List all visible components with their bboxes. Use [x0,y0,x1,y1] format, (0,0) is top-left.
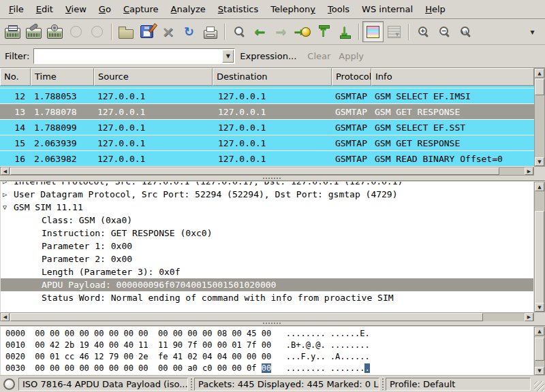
tree-row[interactable]: ▽GSM SIM 11.11 [1,201,533,214]
scroll-up-button[interactable]: ▲ [535,69,544,78]
tree-row[interactable]: Instruction: GET RESPONSE (0xc0) [1,227,533,240]
details-hscrollbar[interactable]: ◀ ▶ [0,312,534,322]
go-to-top-button[interactable]: ↑ [313,21,334,42]
column-header-protocol[interactable]: Protocol [332,68,371,86]
toolbar-overflow-button[interactable]: ▾ [522,21,543,42]
expander-icon[interactable]: ▷ [3,182,12,188]
tree-row[interactable]: Parameter 2: 0x00 [1,252,533,265]
column-header-no[interactable]: No. [0,68,31,86]
zoom-in-button[interactable]: + [412,21,433,42]
scroll-left-button[interactable]: ◀ [1,167,10,175]
tree-row[interactable]: Parameter 1: 0x00 [1,240,533,252]
tree-row[interactable]: Length (Parameter 3): 0x0f [1,265,533,278]
go-to-packet-button[interactable]: → [292,21,313,42]
scroll-down-button[interactable]: ▼ [535,367,544,375]
packet-protocol: GSMTAP [332,122,371,133]
scrollbar-thumb[interactable] [10,167,499,175]
hex-row[interactable]: 0010 00 42 2b 19 40 00 40 11 11 90 7f 00… [5,340,533,351]
packet-time: 2.063939 [31,138,94,148]
capture-start-button[interactable] [44,21,65,42]
scroll-left-button[interactable]: ◀ [1,313,10,321]
print-button[interactable] [200,21,221,42]
scrollbar-thumb[interactable] [535,338,544,361]
open-capture-button[interactable] [115,21,136,42]
tree-row[interactable]: ▷User Datagram Protocol, Src Port: 52294… [1,188,533,201]
packet-row[interactable]: 141.788099127.0.0.1127.0.0.1GSMTAPGSM SE… [0,120,534,135]
scrollbar-thumb[interactable] [535,211,544,304]
tree-row[interactable]: Class: GSM (0xa0) [1,214,533,227]
expander-icon[interactable]: ▽ [3,201,12,214]
zoom-in-icon: + [417,26,429,37]
filter-input[interactable] [35,50,221,63]
hex-bytes-highlighted: 00 [262,363,271,373]
close-capture-button[interactable]: × [157,21,178,42]
resize-grip[interactable] [534,381,544,391]
packet-row[interactable]: 162.063982127.0.0.1127.0.0.1GSMTAPGSM RE… [0,151,534,167]
clear-button: Clear [307,51,330,61]
reload-capture-icon: ↻ [184,26,194,38]
scroll-up-button[interactable]: ▲ [535,327,544,336]
scrollbar-thumb[interactable] [10,313,483,321]
hex-row[interactable]: 0030 00 00 00 00 00 00 00 00 00 00 a0 c0… [5,363,533,374]
hex-offset: 0010 [5,340,25,350]
go-to-bottom-icon: ↓ [337,24,352,39]
capture-options-button[interactable] [23,21,44,42]
packet-list-vscrollbar[interactable]: ▲ ▼ [534,68,545,167]
menu-ws-internal[interactable]: WS internal [356,1,419,17]
go-to-packet-icon: → [294,25,311,39]
menu-capture[interactable]: Capture [117,1,165,17]
scroll-right-button[interactable]: ▶ [525,167,533,175]
filter-button[interactable]: Filter: [5,51,29,61]
packet-list-hscrollbar[interactable]: ◀ ▶ [0,167,534,176]
packet-row[interactable]: 121.788053127.0.0.1127.0.0.1GSMTAPGSM SE… [0,88,534,104]
expression-button[interactable]: Expression... [240,51,296,61]
list-interfaces-button[interactable] [2,21,23,42]
save-capture-button[interactable] [136,21,157,42]
hex-bytes: 00 01 cc 46 12 79 00 2e fe 41 02 04 04 0… [35,352,271,361]
column-header-destination[interactable]: Destination [213,68,332,86]
zoom-100-button[interactable]: 1:1 [454,21,476,42]
scroll-down-button[interactable]: ▼ [535,303,544,312]
menu-analyze[interactable]: Analyze [165,1,212,17]
scroll-right-button[interactable]: ▶ [525,313,533,321]
packet-row[interactable]: 152.063939127.0.0.1127.0.0.1GSMTAPGSM GE… [0,135,534,151]
colorize-button[interactable] [362,21,384,42]
go-to-bottom-button[interactable]: ↓ [334,21,355,42]
packet-row-selected[interactable]: 131.788078127.0.0.1127.0.0.1GSMTAPGSM GE… [0,104,534,120]
column-header-time[interactable]: Time [31,68,94,86]
scroll-up-button[interactable]: ▲ [535,182,544,191]
tree-row[interactable]: ▷Internet Protocol, Src: 127.0.0.1 (127.… [1,182,533,188]
reload-capture-button[interactable]: ↻ [178,21,200,42]
zoom-100-icon: 1:1 [459,26,471,37]
hex-row[interactable]: 0000 00 00 00 00 00 00 00 00 00 00 00 00… [5,328,533,340]
tree-row-selected[interactable]: APDU Payload: 000000096f0704001500150102… [1,278,533,291]
go-back-button[interactable]: ← [249,21,270,42]
expander-icon[interactable]: ▷ [3,188,12,201]
menu-help[interactable]: Help [419,1,452,17]
find-packet-button[interactable] [228,21,249,42]
hex-row[interactable]: 0020 00 01 cc 46 12 79 00 2e fe 41 02 04… [5,351,533,363]
hex-dump[interactable]: 0000 00 00 00 00 00 00 00 00 00 00 00 00… [1,327,533,376]
column-header-source[interactable]: Source [94,68,213,86]
hex-vscrollbar[interactable]: ▲ ▼ [534,327,545,376]
menu-edit[interactable]: Edit [30,1,59,17]
menu-tools[interactable]: Tools [322,1,356,17]
menu-view[interactable]: View [59,1,93,17]
column-header-info[interactable]: Info [371,68,534,86]
menu-telephony[interactable]: Telephony [264,1,322,17]
details-vscrollbar[interactable]: ▲ ▼ [534,182,545,312]
menu-statistics[interactable]: Statistics [212,1,264,17]
tree-row[interactable]: Status Word: Normal ending of command wi… [1,291,533,304]
protocol-tree: ▷Internet Protocol, Src: 127.0.0.1 (127.… [1,182,533,312]
menubar: FileEditViewGoCaptureAnalyzeStatisticsTe… [0,0,545,19]
expert-info-indicator[interactable] [3,378,15,390]
zoom-out-button[interactable]: − [433,21,454,42]
hex-ascii: ........ ....... [286,363,365,373]
filter-dropdown-button[interactable]: ▼ [222,50,234,63]
scrollbar-thumb[interactable] [535,79,544,95]
packet-info: GSM READ BINARY Offset=0 [371,154,534,164]
scroll-down-button[interactable]: ▼ [535,157,544,166]
menu-go[interactable]: Go [93,1,117,17]
pane-splitter[interactable] [0,176,545,180]
menu-file[interactable]: File [3,1,30,17]
